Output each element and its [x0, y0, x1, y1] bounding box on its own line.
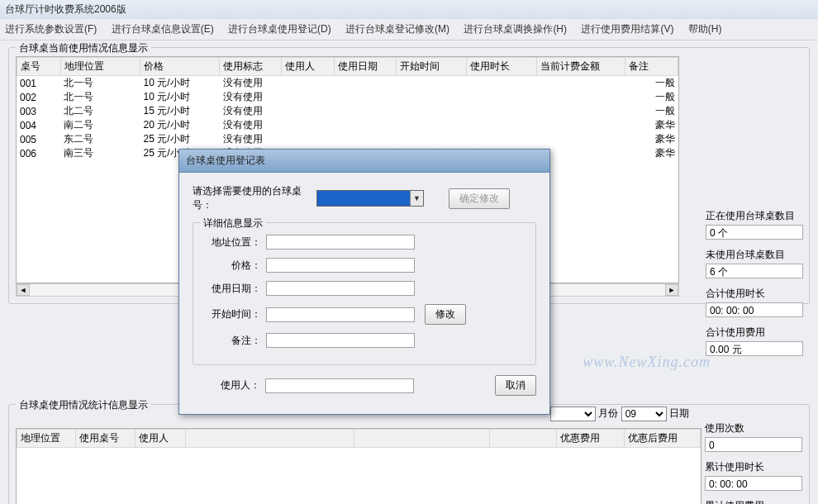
stat-label: 合计使用时长 — [706, 287, 803, 301]
table-cell — [281, 118, 334, 132]
menu-item[interactable]: 进行使用费用结算(V) — [581, 23, 673, 35]
modify-button[interactable]: 修改 — [425, 304, 466, 325]
table-cell — [281, 90, 334, 104]
column-header[interactable]: 当前计费金额 — [537, 58, 625, 76]
column-header[interactable]: 优惠费用 — [557, 430, 625, 448]
table-cell: 005 — [17, 132, 60, 146]
table-cell: 没有使用 — [220, 76, 282, 90]
filter-row: 月份 09 日期 — [550, 407, 689, 421]
table-cell: 一般 — [625, 90, 678, 104]
table-cell: 北一号 — [60, 90, 140, 104]
detail-group: 详细信息显示 地址位置： 价格： 使用日期： 开始时间： 修改 备注： — [193, 222, 536, 365]
table-cell: 豪华 — [625, 118, 678, 132]
table-cell — [467, 132, 537, 146]
filter-combo[interactable] — [550, 407, 596, 421]
table-cell: 15 元/小时 — [140, 104, 220, 118]
column-header[interactable]: 使用时长 — [466, 58, 536, 76]
menu-item[interactable]: 进行台球桌信息设置(E) — [112, 23, 214, 35]
table-cell: 006 — [17, 146, 60, 160]
menu-item[interactable]: 进行台球桌登记修改(M) — [345, 23, 449, 35]
select-label: 请选择需要使用的台球桌号： — [193, 184, 316, 212]
dropdown-icon[interactable]: ▼ — [410, 191, 423, 206]
table-cell: 没有使用 — [220, 104, 282, 118]
table-cell — [396, 90, 466, 104]
table-cell: 一般 — [625, 104, 678, 118]
column-header[interactable] — [489, 430, 557, 448]
column-header[interactable]: 使用人 — [281, 58, 334, 76]
register-dialog: 台球桌使用登记表 请选择需要使用的台球桌号： ▼ 确定修改 详细信息显示 地址位… — [178, 149, 550, 415]
start-input[interactable] — [266, 307, 415, 322]
column-header[interactable]: 地理位置 — [61, 58, 140, 76]
month-combo[interactable]: 09 — [621, 407, 667, 421]
table-cell: 002 — [17, 90, 60, 104]
stat-label: 合计使用费用 — [706, 326, 803, 340]
menu-item[interactable]: 进行台球桌调换操作(H) — [464, 23, 567, 35]
stats-usage-group: 台球桌使用情况统计信息显示 月份 09 日期 地理位置使用桌号使用人优惠费用优惠… — [8, 404, 810, 504]
user-input[interactable] — [265, 378, 414, 393]
confirm-button[interactable]: 确定修改 — [449, 188, 510, 209]
table-cell: 10 元/小时 — [140, 76, 220, 90]
stat-value: 00: 00: 00 — [706, 302, 803, 317]
dialog-title: 台球桌使用登记表 — [179, 150, 549, 173]
column-header[interactable]: 使用人 — [135, 430, 185, 448]
table-cell — [396, 76, 466, 90]
table-cell: 北一号 — [60, 76, 140, 90]
price-input[interactable] — [266, 258, 415, 273]
table-row[interactable]: 001北一号10 元/小时没有使用一般 — [17, 76, 678, 90]
table-cell — [537, 90, 625, 104]
scroll-left-icon[interactable]: ◄ — [17, 284, 30, 296]
stat-label: 累计使用时长 — [705, 460, 802, 474]
table-cell — [537, 104, 625, 118]
table-cell: 南二号 — [60, 118, 140, 132]
column-header[interactable]: 开始时间 — [396, 58, 466, 76]
month-label: 月份 — [598, 407, 618, 419]
column-header[interactable] — [186, 430, 354, 448]
stat-value: 0: 00: 00 — [705, 476, 802, 491]
column-header[interactable]: 价格 — [140, 58, 220, 76]
column-header[interactable] — [354, 430, 489, 448]
table-row[interactable]: 003北二号15 元/小时没有使用一般 — [17, 104, 678, 118]
table-row[interactable]: 004南二号20 元/小时没有使用豪华 — [17, 118, 678, 132]
group-title: 台球桌当前使用情况信息显示 — [16, 41, 151, 55]
date-input[interactable] — [266, 281, 415, 296]
cancel-button[interactable]: 取消 — [495, 375, 536, 396]
column-header[interactable]: 使用日期 — [334, 58, 396, 76]
table-cell — [467, 104, 537, 118]
stat-value: 6 个 — [706, 264, 803, 278]
table-cell — [467, 90, 537, 104]
table-cell: 10 元/小时 — [140, 90, 220, 104]
column-header[interactable]: 地理位置 — [17, 430, 76, 448]
column-header[interactable]: 桌号 — [17, 58, 61, 76]
table-cell — [281, 132, 334, 146]
column-header[interactable]: 备注 — [625, 58, 678, 76]
table-cell: 20 元/小时 — [140, 118, 220, 132]
remark-input[interactable] — [266, 333, 415, 348]
side-stats: 正在使用台球桌数目 0 个 未使用台球桌数目 6 个 合计使用时长 00: 00… — [706, 209, 803, 364]
column-header[interactable]: 使用桌号 — [76, 430, 135, 448]
scroll-right-icon[interactable]: ► — [665, 284, 678, 296]
watermark: www.NewXing.com — [583, 354, 711, 371]
stat-label: 使用次数 — [705, 421, 802, 435]
remark-label: 备注： — [203, 334, 261, 348]
table-cell — [281, 76, 334, 90]
table-row[interactable]: 002北一号10 元/小时没有使用一般 — [17, 90, 678, 104]
addr-label: 地址位置： — [203, 235, 261, 250]
stat-value: 0 个 — [706, 225, 803, 240]
column-header[interactable]: 优惠后费用 — [625, 430, 701, 448]
table-cell: 003 — [17, 104, 60, 118]
column-header[interactable]: 使用标志 — [220, 58, 282, 76]
table-select[interactable]: ▼ — [316, 190, 424, 207]
table-row[interactable]: 005东二号25 元/小时没有使用豪华 — [17, 132, 678, 146]
table-cell: 001 — [17, 76, 60, 90]
table-cell: 南三号 — [60, 146, 140, 160]
table-cell — [537, 76, 625, 90]
stat-label: 累计使用费用 — [705, 499, 802, 504]
detail-group-title: 详细信息显示 — [200, 216, 266, 231]
table-cell — [334, 90, 396, 104]
addr-input[interactable] — [266, 235, 415, 250]
menu-item[interactable]: 帮助(H) — [688, 23, 722, 35]
menu-item[interactable]: 进行台球桌使用登记(D) — [228, 23, 331, 35]
group-title: 台球桌使用情况统计信息显示 — [16, 398, 151, 412]
menu-item[interactable]: 进行系统参数设置(F) — [5, 23, 97, 35]
stat-label: 未使用台球桌数目 — [706, 248, 803, 262]
